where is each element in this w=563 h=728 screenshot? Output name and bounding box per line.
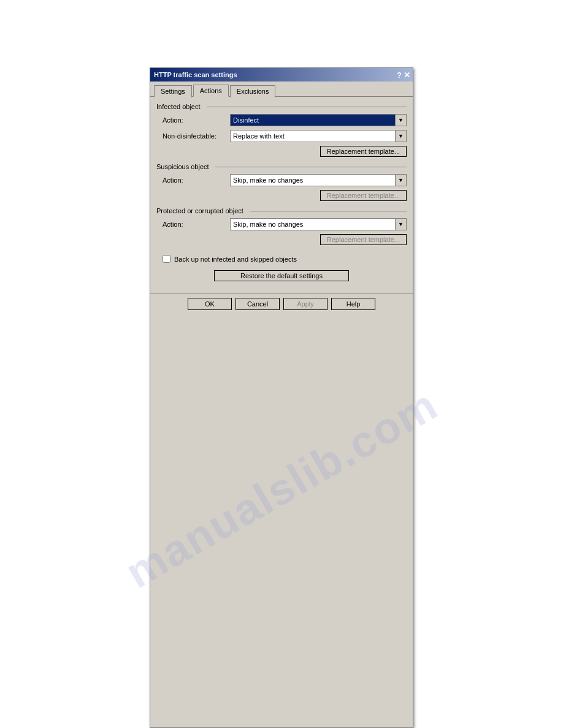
backup-checkbox-row: Back up not infected and skipped objects	[156, 251, 407, 267]
dialog-content: Infected object Action: Disinfect ▼ Non-…	[150, 97, 413, 291]
suspicious-object-header: Suspicious object	[156, 163, 407, 170]
nondisinfectable-arrow[interactable]: ▼	[395, 131, 406, 142]
nondisinfectable-label: Non-disinfectable:	[163, 132, 230, 140]
infected-action-row: Action: Disinfect ▼	[156, 114, 407, 126]
http-scan-settings-dialog: HTTP traffic scan settings ? ✕ Settings …	[150, 67, 413, 728]
protected-replacement-row: Replacement template...	[156, 234, 407, 245]
title-bar-controls: ? ✕	[397, 70, 410, 80]
protected-object-title: Protected or corrupted object	[156, 207, 247, 214]
suspicious-replacement-row: Replacement template...	[156, 190, 407, 201]
infected-object-section: Infected object Action: Disinfect ▼ Non-…	[156, 103, 407, 157]
protected-action-dropdown[interactable]: Skip, make no changes ▼	[230, 218, 407, 230]
protected-object-section: Protected or corrupted object Action: Sk…	[156, 207, 407, 245]
suspicious-replacement-template-button[interactable]: Replacement template...	[320, 190, 407, 201]
dialog-footer: OK Cancel Apply Help	[150, 294, 413, 316]
protected-replacement-template-button[interactable]: Replacement template...	[320, 234, 407, 245]
tab-exclusions[interactable]: Exclusions	[230, 85, 276, 97]
tab-bar: Settings Actions Exclusions	[150, 82, 413, 97]
help-button[interactable]: ?	[397, 70, 402, 80]
nondisinfectable-value: Replace with text	[231, 132, 395, 140]
cancel-button[interactable]: Cancel	[236, 298, 280, 310]
suspicious-object-section: Suspicious object Action: Skip, make no …	[156, 163, 407, 201]
tab-actions[interactable]: Actions	[193, 85, 229, 97]
suspicious-action-dropdown[interactable]: Skip, make no changes ▼	[230, 174, 407, 186]
infected-replacement-template-button[interactable]: Replacement template...	[320, 146, 407, 157]
infected-object-title: Infected object	[156, 103, 204, 110]
infected-action-value: Disinfect	[231, 116, 395, 124]
tab-settings[interactable]: Settings	[154, 85, 192, 97]
infected-action-label: Action:	[163, 116, 230, 124]
protected-action-row: Action: Skip, make no changes ▼	[156, 218, 407, 230]
backup-label: Back up not infected and skipped objects	[174, 256, 297, 263]
nondisinfectable-dropdown[interactable]: Replace with text ▼	[230, 130, 407, 142]
suspicious-action-arrow[interactable]: ▼	[395, 175, 406, 186]
suspicious-action-row: Action: Skip, make no changes ▼	[156, 174, 407, 186]
protected-action-arrow[interactable]: ▼	[395, 219, 406, 230]
ok-button[interactable]: OK	[188, 298, 232, 310]
protected-object-header: Protected or corrupted object	[156, 207, 407, 214]
help-footer-button[interactable]: Help	[331, 298, 375, 310]
restore-defaults-row: Restore the default settings	[156, 270, 407, 281]
protected-action-value: Skip, make no changes	[231, 221, 395, 228]
suspicious-action-value: Skip, make no changes	[231, 176, 395, 184]
close-button[interactable]: ✕	[404, 70, 410, 80]
infected-action-arrow[interactable]: ▼	[395, 115, 406, 126]
title-bar: HTTP traffic scan settings ? ✕	[150, 68, 413, 82]
apply-button[interactable]: Apply	[283, 298, 327, 310]
dialog-title: HTTP traffic scan settings	[154, 71, 237, 78]
restore-defaults-button[interactable]: Restore the default settings	[214, 270, 349, 281]
infected-replacement-row: Replacement template...	[156, 146, 407, 157]
suspicious-action-label: Action:	[163, 176, 230, 184]
backup-checkbox[interactable]	[163, 255, 170, 263]
protected-action-label: Action:	[163, 221, 230, 228]
suspicious-object-title: Suspicious object	[156, 163, 213, 170]
nondisinfectable-row: Non-disinfectable: Replace with text ▼	[156, 130, 407, 142]
infected-action-dropdown[interactable]: Disinfect ▼	[230, 114, 407, 126]
infected-object-header: Infected object	[156, 103, 407, 110]
